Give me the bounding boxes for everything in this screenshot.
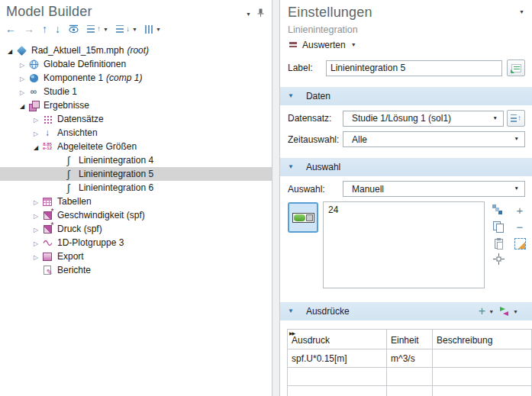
tree-item-views[interactable]: ↓ Ansichten [0,126,272,140]
expand-all-button[interactable]: ↓ ▼ [116,25,137,34]
expand-arrow[interactable] [31,128,41,137]
expand-arrow[interactable] [17,87,27,96]
settings-subtitle: Linienintegration [280,21,532,37]
tree-item-label: Geschwindigkeit (spf) [57,210,145,221]
integral-icon: ∫ [63,169,75,180]
collapse-all-icon [87,25,95,34]
expand-arrow[interactable] [31,197,41,206]
expand-arrow[interactable] [5,46,15,55]
auswahl-dropdown[interactable]: Manuell ▼ [343,181,525,197]
paste-selection-icon[interactable] [495,239,503,249]
tree-item-datasets[interactable]: Datensätze [0,112,272,126]
tree-item-global-definitions[interactable]: Globale Definitionen [0,57,272,71]
tree-item-line-integration-4[interactable]: ∫ Linienintegration 4 [0,153,272,167]
expand-arrow[interactable] [31,211,41,220]
forward-icon[interactable]: → [24,23,34,35]
clear-selection-icon[interactable] [514,238,526,250]
tree-item-label: Ansichten [57,127,98,138]
datensatz-value: Studie 1/Lösung 1 (sol1) [352,113,493,124]
expand-arrow[interactable] [17,60,27,69]
collapse-all-caret-icon[interactable]: ▼ [103,27,108,32]
active-selection-toggle-button[interactable] [288,202,318,233]
evaluate-expression-caret-icon[interactable]: ▼ [513,309,518,314]
pin-icon[interactable] [257,8,264,19]
move-down-icon[interactable]: ↓ [55,23,60,35]
section-ausdruecke[interactable]: ▼ Ausdrücke + ▼ ▼ [280,302,532,320]
expand-arrow[interactable] [17,73,27,82]
selection-toolbar: + − [490,201,528,269]
evaluate-equals-icon [289,42,297,47]
toggle-visibility-icon[interactable] [68,23,79,35]
cell-einheit[interactable] [387,386,433,396]
switch-dataset-button[interactable]: ↑ [507,110,525,127]
cell-beschreibung[interactable] [433,349,532,368]
cell-ausdruck[interactable]: spf.U*0.15[m] [288,349,387,368]
expand-arrow[interactable] [17,101,27,110]
selection-list-item[interactable]: 24 [328,204,479,215]
evaluate-button[interactable]: Auswerten ▼ [280,37,532,53]
rename-label-button[interactable] [507,60,525,76]
tree-item-line-integration-6[interactable]: ∫ Linienintegration 6 [0,181,272,195]
tree-item-root[interactable]: Rad_Aktuell_15m.mph (root) [0,43,272,57]
cell-beschreibung[interactable] [433,368,532,386]
zoom-to-selection-icon[interactable] [493,253,505,267]
evaluate-expression-icon[interactable] [500,307,510,317]
model-builder-panel: Model Builder ▼ ← → ↑ ↓ ↑ ▼ [0,0,272,396]
derived-values-icon: 8.85e-12 [41,141,53,153]
tree-item-pressure[interactable]: Druck (spf) [0,222,272,236]
evaluate-caret-icon[interactable]: ▼ [351,42,356,47]
tree-item-study-1[interactable]: ∞ Studie 1 [0,85,272,98]
dropdown-caret-icon: ▼ [514,137,519,142]
collapse-triangle-icon[interactable]: ▼ [288,308,294,314]
expressions-header-row: ▶▶Ausdruck Einheit Beschreibung [288,330,532,349]
tree-item-label: Rad_Aktuell_15m.mph [31,45,124,56]
tree-item-label: Datensätze [57,114,104,124]
settings-menu-caret-icon[interactable]: ▼ [519,9,524,14]
tree-item-export[interactable]: Export [0,250,272,263]
cell-einheit[interactable]: m^3/s [387,349,433,368]
cell-beschreibung[interactable] [433,386,532,396]
collapse-triangle-icon[interactable]: ▼ [288,93,294,99]
add-selection-icon[interactable]: + [517,204,524,216]
tree-item-velocity[interactable]: Geschwindigkeit (spf) [0,208,272,222]
tree-options-button[interactable]: ▼ [145,25,161,34]
back-icon[interactable]: ← [5,23,16,35]
expand-all-caret-icon[interactable]: ▼ [132,27,137,32]
panel-menu-caret-icon[interactable]: ▼ [246,11,251,17]
label-input[interactable] [326,60,502,76]
tree-item-tables[interactable]: Tabellen [0,195,272,208]
add-expression-caret-icon[interactable]: ▼ [488,309,494,314]
remove-selection-icon[interactable]: − [517,221,524,233]
collapse-all-button[interactable]: ↑ ▼ [87,25,108,34]
down-arrow-icon: ↓ [126,25,130,33]
expand-arrow[interactable] [31,224,41,233]
cell-ausdruck[interactable] [288,386,387,396]
copy-selection-icon[interactable] [493,221,504,232]
selection-list[interactable]: 24 [323,201,485,288]
double-arrow-icon: ▶▶ [289,330,295,336]
add-expression-icon[interactable]: + [479,305,485,317]
tree-options-caret-icon[interactable]: ▼ [156,27,161,32]
datensatz-dropdown[interactable]: Studie 1/Lösung 1 (sol1) ▼ [343,111,504,127]
tree-item-suffix: (comp 1) [106,72,142,83]
tree-item-derived-values[interactable]: 8.85e-12 Abgeleitete Größen [0,140,272,153]
expand-arrow[interactable] [31,142,41,151]
expand-arrow[interactable] [31,114,41,124]
cell-ausdruck[interactable] [288,368,387,386]
tree-item-results[interactable]: Ergebnisse [0,98,272,112]
tree-item-line-integration-5[interactable]: ∫ Linienintegration 5 [0,167,272,181]
create-selection-icon[interactable] [492,204,505,216]
tree-item-component-1[interactable]: Komponente 1 (comp 1) [0,71,272,85]
expand-arrow[interactable] [31,252,41,261]
tree-item-1d-plot-group[interactable]: 1D-Plotgruppe 3 [0,236,272,250]
model-builder-toolbar: ← → ↑ ↓ ↑ ▼ ↓ ▼ ▼ [0,21,272,39]
move-up-icon[interactable]: ↑ [42,23,47,35]
section-auswahl[interactable]: ▼ Auswahl [280,158,532,176]
cell-einheit[interactable] [387,368,433,386]
expand-arrow[interactable] [31,238,41,247]
zeitauswahl-dropdown[interactable]: Alle ▼ [343,131,525,147]
section-daten[interactable]: ▼ Daten [280,87,532,105]
panel-splitter[interactable] [272,0,280,396]
collapse-triangle-icon[interactable]: ▼ [288,164,294,170]
tree-item-reports[interactable]: Berichte [0,263,272,277]
